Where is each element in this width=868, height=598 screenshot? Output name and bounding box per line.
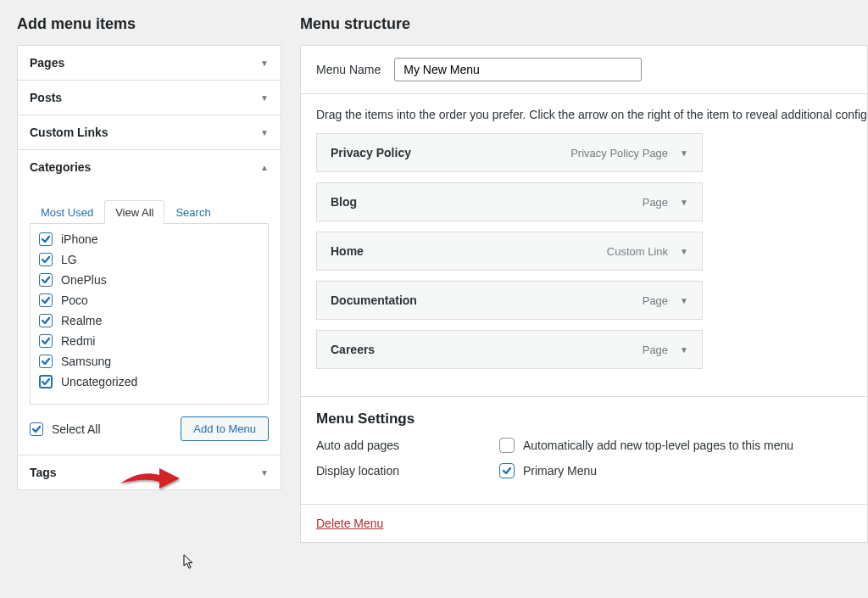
menu-item[interactable]: Home Custom Link ▼: [316, 232, 703, 271]
checkbox[interactable]: [39, 273, 53, 287]
display-location-label: Display location: [316, 464, 499, 478]
checkbox[interactable]: [39, 375, 53, 388]
menu-footer: Delete Menu: [301, 504, 867, 542]
checkbox[interactable]: [39, 293, 53, 307]
caret-down-icon: ▼: [260, 128, 269, 137]
menu-item-title: Careers: [331, 343, 375, 356]
accordion-container: Pages ▼ Posts ▼ Custom Links ▼ Categorie…: [17, 45, 281, 490]
accordion-custom-links[interactable]: Custom Links ▼: [18, 115, 281, 150]
menu-item-type: Custom Link: [607, 245, 668, 258]
checkbox[interactable]: [39, 334, 53, 348]
accordion-pages[interactable]: Pages ▼: [18, 46, 281, 81]
auto-add-checkbox-label: Automatically add new top-level pages to…: [523, 439, 793, 452]
menu-instructions: Drag the items into the order you prefer…: [301, 94, 867, 133]
caret-down-icon[interactable]: ▼: [680, 247, 688, 256]
category-label: Redmi: [61, 334, 95, 348]
display-location-option: Primary Menu: [523, 464, 597, 478]
caret-down-icon[interactable]: ▼: [680, 345, 688, 355]
checkbox-primary-menu[interactable]: [499, 463, 515, 478]
caret-down-icon[interactable]: ▼: [680, 198, 688, 207]
tab-search[interactable]: Search: [164, 200, 221, 224]
menu-item[interactable]: Blog Page ▼: [316, 182, 703, 221]
add-menu-items-heading: Add menu items: [17, 15, 281, 33]
list-item[interactable]: Uncategorized: [37, 372, 261, 392]
checkbox[interactable]: [39, 253, 53, 266]
category-label: LG: [61, 253, 77, 266]
category-label: OnePlus: [61, 273, 107, 287]
menu-item-title: Documentation: [331, 293, 417, 307]
checkbox[interactable]: [39, 232, 53, 246]
accordion-categories-title: Categories: [30, 160, 91, 174]
menu-item-type: Page: [643, 196, 668, 209]
list-item[interactable]: Poco: [37, 290, 261, 310]
list-item[interactable]: OnePlus: [37, 270, 261, 290]
accordion-pages-title: Pages: [30, 56, 64, 70]
list-item[interactable]: Redmi: [37, 331, 261, 351]
menu-item-title: Privacy Policy: [331, 146, 411, 159]
auto-add-label: Auto add pages: [316, 439, 499, 452]
menu-item-title: Home: [331, 244, 364, 258]
select-all[interactable]: Select All: [30, 422, 101, 436]
categories-body: Most Used View All Search iPhone LG: [18, 184, 281, 455]
cursor-icon: [183, 554, 195, 572]
accordion-posts-title: Posts: [30, 91, 62, 104]
tab-view-all[interactable]: View All: [104, 200, 164, 224]
list-item[interactable]: Samsung: [37, 351, 261, 372]
caret-down-icon: ▼: [260, 468, 269, 478]
menu-name-input[interactable]: [394, 58, 642, 81]
menu-item-type: Page: [643, 344, 668, 356]
checkbox-auto-add[interactable]: [499, 438, 515, 453]
category-label: Poco: [61, 293, 88, 307]
menu-item[interactable]: Privacy Policy Privacy Policy Page ▼: [316, 133, 703, 172]
category-list[interactable]: iPhone LG OnePlus Poco: [30, 223, 269, 405]
menu-item[interactable]: Documentation Page ▼: [316, 281, 703, 320]
caret-down-icon: ▼: [260, 93, 269, 103]
menu-item-type: Privacy Policy Page: [570, 147, 668, 159]
caret-up-icon: ▲: [260, 163, 269, 172]
menu-settings-heading: Menu Settings: [316, 411, 852, 428]
checkbox[interactable]: [39, 355, 53, 368]
list-item[interactable]: LG: [37, 249, 261, 270]
category-label: Uncategorized: [61, 375, 137, 388]
caret-down-icon[interactable]: ▼: [680, 148, 688, 158]
checkbox[interactable]: [30, 422, 43, 436]
add-to-menu-button[interactable]: Add to Menu: [181, 416, 269, 441]
accordion-tags[interactable]: Tags ▼: [18, 455, 281, 489]
menu-item-type: Page: [643, 294, 668, 307]
menu-items-list: Privacy Policy Privacy Policy Page ▼ Blo…: [301, 133, 867, 396]
menu-name-label: Menu Name: [316, 63, 381, 76]
accordion-categories[interactable]: Categories ▲ Most Used View All Search i…: [18, 150, 281, 455]
checkbox[interactable]: [39, 314, 53, 327]
tab-most-used[interactable]: Most Used: [30, 200, 104, 224]
category-label: Realme: [61, 314, 102, 327]
menu-name-row: Menu Name: [301, 46, 867, 94]
category-tabs: Most Used View All Search: [30, 200, 269, 224]
accordion-tags-title: Tags: [30, 466, 57, 479]
category-label: iPhone: [61, 232, 98, 246]
menu-settings: Menu Settings Auto add pages Automatical…: [301, 396, 867, 504]
list-item[interactable]: iPhone: [37, 229, 261, 249]
category-label: Samsung: [61, 355, 111, 368]
caret-down-icon: ▼: [260, 59, 269, 68]
accordion-custom-links-title: Custom Links: [30, 126, 108, 139]
menu-item[interactable]: Careers Page ▼: [316, 330, 703, 369]
menu-frame: Menu Name Drag the items into the order …: [300, 45, 868, 543]
caret-down-icon[interactable]: ▼: [680, 296, 688, 305]
accordion-posts[interactable]: Posts ▼: [18, 81, 281, 115]
menu-item-title: Blog: [331, 195, 357, 209]
select-all-label: Select All: [52, 422, 101, 436]
menu-structure-heading: Menu structure: [300, 15, 868, 33]
list-item[interactable]: Realme: [37, 310, 261, 331]
delete-menu-link[interactable]: Delete Menu: [316, 517, 383, 530]
